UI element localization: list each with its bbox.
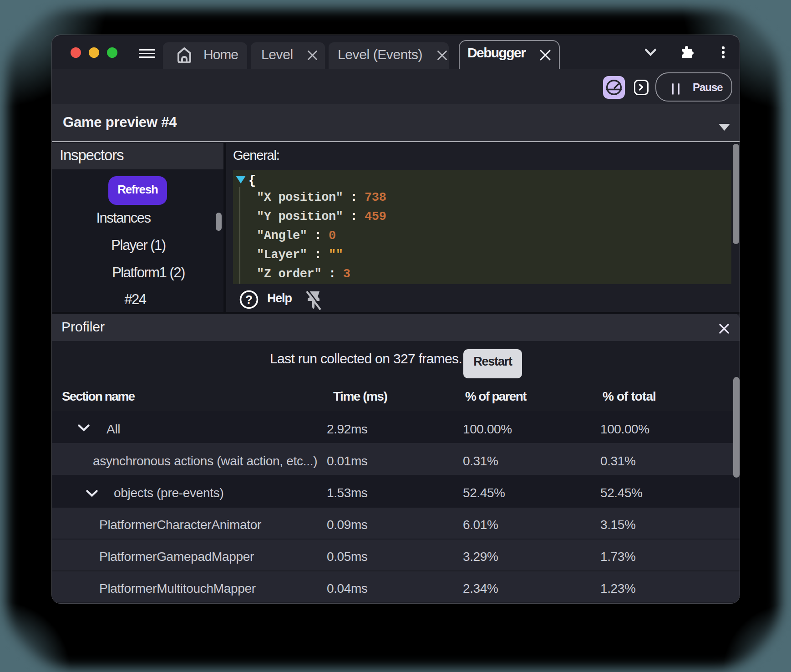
svg-text:?: ? (245, 293, 253, 306)
